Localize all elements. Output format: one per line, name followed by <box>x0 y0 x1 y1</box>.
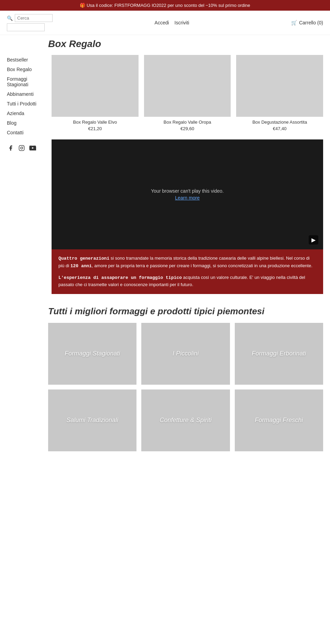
sidebar: Bestseller Box Regalo Formaggi Stagionat… <box>7 55 48 294</box>
product-price-2: €29,60 <box>144 126 231 131</box>
category-grid: Formaggi Stagionati I Piccolini Formaggi… <box>48 323 323 451</box>
product-image-1 <box>52 55 139 117</box>
section-title: Tutti i migliori formaggi e prodotti tip… <box>48 306 323 317</box>
svg-point-2 <box>23 146 23 147</box>
product-name-2: Box Regalo Valle Oropa <box>144 120 231 125</box>
page-title: Box Regalo <box>48 38 323 49</box>
page-title-section: Box Regalo <box>0 35 330 52</box>
product-price-1: €21,20 <box>52 126 139 131</box>
category-card-formaggi-stagionati[interactable]: Formaggi Stagionati <box>48 323 136 385</box>
sidebar-item-contatti[interactable]: Contatti <box>7 128 48 137</box>
login-link[interactable]: Accedi <box>155 20 169 25</box>
description-band: Quattro generazioni si sono tramandate l… <box>52 249 323 294</box>
video-youtube-button[interactable]: ▶ <box>309 235 318 245</box>
cart-icon: 🛒 <box>291 20 297 25</box>
youtube-icon[interactable] <box>29 144 36 152</box>
sidebar-item-blog[interactable]: Blog <box>7 118 48 128</box>
category-card-piccolini[interactable]: I Piccolini <box>141 323 230 385</box>
video-learn-more-link[interactable]: Learn more <box>175 195 200 201</box>
video-section: Your browser can't play this video. Lear… <box>52 139 323 294</box>
description-bold3: L'esperienza di assaporare un formaggio … <box>58 275 182 280</box>
product-image-2 <box>144 55 231 117</box>
category-label-erborinati: Formaggi Erborinati <box>249 347 309 360</box>
category-card-freschi[interactable]: Formaggi Freschi <box>235 389 323 451</box>
instagram-icon[interactable] <box>18 144 25 152</box>
register-link[interactable]: Iscriviti <box>175 20 189 25</box>
header: 🔍 Accedi Iscriviti 🛒 Carrello (0) <box>0 11 330 35</box>
product-card-2[interactable]: Box Regalo Valle Oropa €29,60 <box>144 55 231 131</box>
video-cant-play-text: Your browser can't play this video. <box>151 188 224 194</box>
video-cant-play: Your browser can't play this video. Lear… <box>151 188 224 201</box>
product-card-3[interactable]: Box Degustazione Assortita €47,40 <box>236 55 323 131</box>
category-card-salumi[interactable]: Salumi Tradizionali <box>48 389 136 451</box>
social-icons <box>7 144 48 152</box>
cart-label: Carrello (0) <box>299 20 323 25</box>
product-grid: Box Regalo Valle Elvo €21,20 Box Regalo … <box>52 55 323 131</box>
svg-point-1 <box>21 147 23 149</box>
header-left: 🔍 <box>7 14 53 31</box>
category-section: Formaggi Stagionati I Piccolini Formaggi… <box>0 323 330 462</box>
product-name-3: Box Degustazione Assortita <box>236 120 323 125</box>
search-row: 🔍 <box>7 14 53 22</box>
category-label-piccolini: I Piccolini <box>170 347 201 360</box>
sidebar-item-azienda[interactable]: Azienda <box>7 109 48 118</box>
svg-rect-0 <box>19 146 24 151</box>
sidebar-item-box-regalo[interactable]: Box Regalo <box>7 65 48 74</box>
banner-text: 🎁 Usa il codice: FIRSTFORMAGG IO2022 per… <box>80 3 250 8</box>
description-line1: Quattro generazioni si sono tramandate l… <box>58 255 316 270</box>
sidebar-item-tutti-prodotti[interactable]: Tutti i Prodotti <box>7 99 48 109</box>
product-image-3 <box>236 55 323 117</box>
category-label-confetture: Confetture & Spiriti <box>157 414 214 427</box>
description-bold1: Quattro generazioni <box>58 256 109 261</box>
sidebar-item-formaggi-stagionati[interactable]: Formaggi Stagionati <box>7 74 48 89</box>
product-name-1: Box Regalo Valle Elvo <box>52 120 139 125</box>
sidebar-item-abbinamenti[interactable]: Abbinamenti <box>7 89 48 99</box>
search-form: 🔍 <box>7 14 53 31</box>
cart-button[interactable]: 🛒 Carrello (0) <box>291 20 323 25</box>
header-nav: Accedi Iscriviti <box>155 20 189 25</box>
main-content: Box Regalo Valle Elvo €21,20 Box Regalo … <box>48 55 323 294</box>
description-line2: L'esperienza di assaporare un formaggio … <box>58 274 316 289</box>
category-card-confetture[interactable]: Confetture & Spiriti <box>141 389 230 451</box>
search-input-secondary[interactable] <box>7 23 45 31</box>
category-label-freschi: Formaggi Freschi <box>252 414 306 427</box>
top-banner: 🎁 Usa il codice: FIRSTFORMAGG IO2022 per… <box>0 0 330 11</box>
category-label-salumi: Salumi Tradizionali <box>64 414 121 427</box>
category-label-formaggi-stagionati: Formaggi Stagionati <box>62 347 123 360</box>
search-icon: 🔍 <box>7 15 13 21</box>
sidebar-item-bestseller[interactable]: Bestseller <box>7 55 48 65</box>
product-price-3: €47,40 <box>236 126 323 131</box>
layout: Bestseller Box Regalo Formaggi Stagionat… <box>0 52 330 297</box>
category-card-erborinati[interactable]: Formaggi Erborinati <box>235 323 323 385</box>
video-container: Your browser can't play this video. Lear… <box>52 139 323 249</box>
facebook-icon[interactable] <box>7 144 14 152</box>
description-bold2: 120 anni <box>70 263 92 269</box>
product-card-1[interactable]: Box Regalo Valle Elvo €21,20 <box>52 55 139 131</box>
section-title-wrap: Tutti i migliori formaggi e prodotti tip… <box>0 297 330 323</box>
search-input[interactable] <box>15 14 53 22</box>
sidebar-nav: Bestseller Box Regalo Formaggi Stagionat… <box>7 55 48 137</box>
